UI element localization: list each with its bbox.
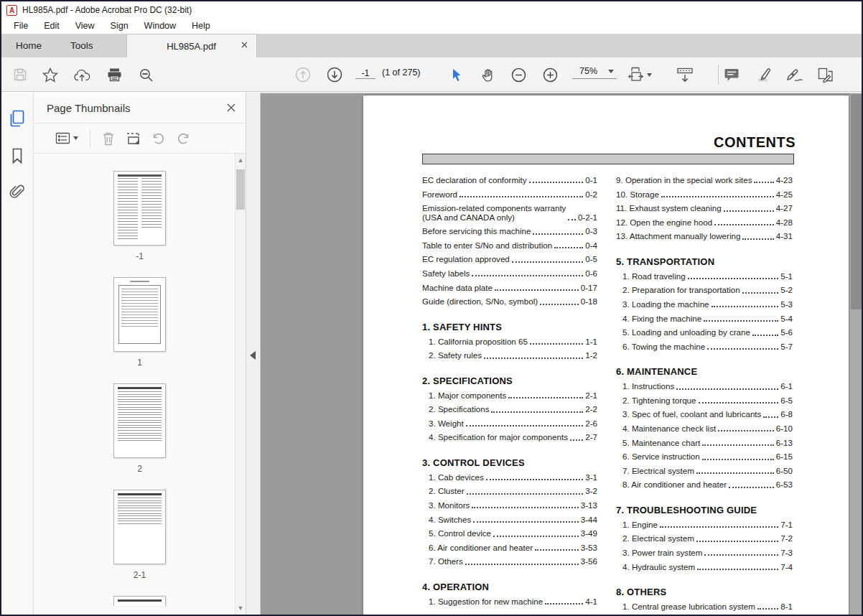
toc-section-heading: 8. OTHERS bbox=[616, 587, 793, 597]
scroll-down-arrow-icon[interactable]: ▼ bbox=[235, 603, 246, 613]
toc-entry: 1. Engine 7-1 bbox=[616, 521, 793, 529]
scrollbar-thumb[interactable] bbox=[236, 169, 245, 210]
toc-entry: 4. Switches 3-44 bbox=[422, 515, 597, 524]
page-thumbnail-partial[interactable] bbox=[113, 596, 166, 606]
rotate-left-button[interactable] bbox=[151, 131, 166, 145]
tab-document[interactable]: HL985A.pdf bbox=[126, 34, 257, 57]
toc-dot-leader bbox=[533, 233, 583, 235]
toc-entry: 1. Central grease lubrication system 8-1 bbox=[616, 602, 793, 611]
toc-entry: 12. Open the engine hood 4-28 bbox=[616, 218, 793, 227]
toc-entry-label: 1. Central grease lubrication system bbox=[622, 602, 755, 611]
toc-dot-leader bbox=[742, 238, 773, 240]
page-thumbnail[interactable]: 2-1 bbox=[34, 490, 246, 580]
page-thumbnail[interactable]: 1 bbox=[34, 277, 246, 368]
printer-icon bbox=[107, 67, 122, 82]
print-button[interactable] bbox=[103, 63, 126, 86]
toc-entry: Machine data plate 0-17 bbox=[422, 284, 597, 292]
collapse-panel-button[interactable] bbox=[250, 351, 256, 360]
toc-entry-page: 3-44 bbox=[581, 515, 597, 524]
zoom-level-select[interactable]: 75% bbox=[572, 66, 617, 79]
panel-title: Page Thumbnails bbox=[47, 102, 227, 114]
star-button[interactable] bbox=[39, 63, 62, 86]
page-display-button[interactable] bbox=[628, 63, 650, 86]
toc-entry: 1. Instructions 6-1 bbox=[616, 382, 793, 391]
toc-entry-label: EC declaration of conformity bbox=[422, 176, 527, 185]
page-number-input[interactable] bbox=[355, 68, 375, 79]
hand-tool-button[interactable] bbox=[476, 63, 499, 86]
split-pages-button[interactable] bbox=[125, 131, 141, 146]
document-scrollbar[interactable] bbox=[849, 93, 862, 615]
toc-entry-label: 2. Specifications bbox=[429, 405, 489, 414]
tab-home[interactable]: Home bbox=[1, 34, 56, 57]
rotate-right-button[interactable] bbox=[176, 131, 191, 145]
menu-item[interactable]: Help bbox=[184, 19, 218, 34]
menu-item[interactable]: View bbox=[67, 19, 103, 34]
toc-entry-page: 8-1 bbox=[780, 602, 793, 611]
toc-dot-leader bbox=[545, 603, 583, 605]
page-number-box bbox=[355, 66, 375, 79]
toc-dot-leader bbox=[704, 554, 778, 556]
toc-section-heading: 3. CONTROL DEVICES bbox=[422, 457, 597, 468]
toc-entry-label: 10. Storage bbox=[616, 190, 659, 199]
menu-item[interactable]: Edit bbox=[36, 19, 67, 34]
bookmarks-rail-button[interactable] bbox=[7, 146, 27, 166]
thumbnail-scrollbar[interactable]: ▲ ▼ bbox=[235, 154, 246, 615]
toc-entry-page: 5-6 bbox=[780, 328, 793, 337]
toc-dot-leader bbox=[465, 564, 579, 565]
toc-dot-leader bbox=[512, 261, 583, 263]
comment-button[interactable] bbox=[720, 63, 743, 86]
toc-entry: 2. Tightening torque 6-5 bbox=[616, 396, 793, 405]
toc-entry-label: Guide (direction, S/No, symbol) bbox=[422, 297, 538, 306]
fit-width-arrow-icon bbox=[676, 67, 694, 83]
close-tab-icon[interactable] bbox=[241, 42, 248, 48]
toc-entry-page: 4-31 bbox=[776, 232, 793, 241]
thumbnail-page-preview[interactable] bbox=[113, 277, 166, 352]
thumbnail-options-button[interactable] bbox=[55, 132, 78, 144]
tab-tools[interactable]: Tools bbox=[56, 34, 108, 57]
previous-page-button[interactable] bbox=[291, 63, 314, 86]
thumbnail-page-preview[interactable] bbox=[113, 383, 166, 458]
toc-column-right: 9. Operation in the special work sites 4… bbox=[616, 176, 793, 615]
share-button[interactable] bbox=[70, 63, 93, 86]
thumbnail-page-preview[interactable] bbox=[113, 171, 166, 246]
toc-entry: 7. Electrical system 6-50 bbox=[616, 467, 793, 475]
select-tool-button[interactable] bbox=[445, 63, 468, 86]
delete-pages-button[interactable] bbox=[102, 131, 115, 146]
toc-section-heading: 4. OPERATION bbox=[422, 582, 597, 592]
close-panel-icon[interactable] bbox=[227, 103, 235, 112]
toc-entry: EC declaration of conformity 0-1 bbox=[422, 176, 597, 185]
menu-item[interactable]: File bbox=[6, 19, 36, 34]
window-title: HL985A.pdf - Adobe Acrobat Pro DC (32-bi… bbox=[22, 5, 192, 15]
page-thumbnail[interactable]: -1 bbox=[34, 171, 246, 261]
fit-width-button[interactable] bbox=[673, 63, 696, 86]
menu-item[interactable]: Sign bbox=[103, 19, 136, 34]
thumbnail-page-preview[interactable] bbox=[113, 490, 166, 564]
toc-entry-label: 11. Exhaust system cleaning bbox=[616, 204, 722, 213]
toc-entry-label: Safety labels bbox=[422, 269, 470, 278]
page-thumbnails-rail-button[interactable] bbox=[7, 108, 27, 129]
scroll-up-arrow-icon[interactable]: ▲ bbox=[235, 155, 246, 165]
document-scrollbar-thumb[interactable] bbox=[851, 94, 862, 309]
toc-entry: 1. Cab devices 3-1 bbox=[422, 473, 597, 482]
highlight-button[interactable] bbox=[752, 63, 775, 86]
zoom-out-button[interactable] bbox=[507, 63, 530, 86]
find-button[interactable] bbox=[134, 63, 157, 86]
panel-toolbar bbox=[34, 123, 246, 154]
toc-section: 3. CONTROL DEVICES 1. Cab devices 3-1 bbox=[422, 457, 597, 566]
toc-entry-label: 3. Weight bbox=[429, 419, 464, 428]
toc-entry: 3. Spec of fuel, coolant and lubricants … bbox=[616, 410, 793, 419]
toc-entry: Safety labels 0-6 bbox=[422, 269, 597, 278]
toc-entry: Guide (direction, S/No, symbol) 0-18 bbox=[422, 297, 597, 306]
toc-entry-page: 2-1 bbox=[585, 391, 597, 400]
page-thumbnail[interactable]: 2 bbox=[34, 383, 246, 474]
fill-sign-button[interactable] bbox=[783, 63, 806, 86]
more-tools-button[interactable] bbox=[814, 63, 837, 86]
toc-entry-label: 4. Switches bbox=[429, 515, 471, 524]
menu-item[interactable]: Window bbox=[136, 19, 184, 34]
save-button[interactable] bbox=[9, 63, 32, 86]
zoom-in-button[interactable] bbox=[538, 63, 561, 86]
attachments-rail-button[interactable] bbox=[7, 183, 27, 203]
next-page-button[interactable] bbox=[323, 63, 346, 86]
thumbnail-page-label: 2-1 bbox=[34, 570, 246, 580]
toc-entry-label: 8. Air conditioner and heater bbox=[622, 480, 727, 489]
